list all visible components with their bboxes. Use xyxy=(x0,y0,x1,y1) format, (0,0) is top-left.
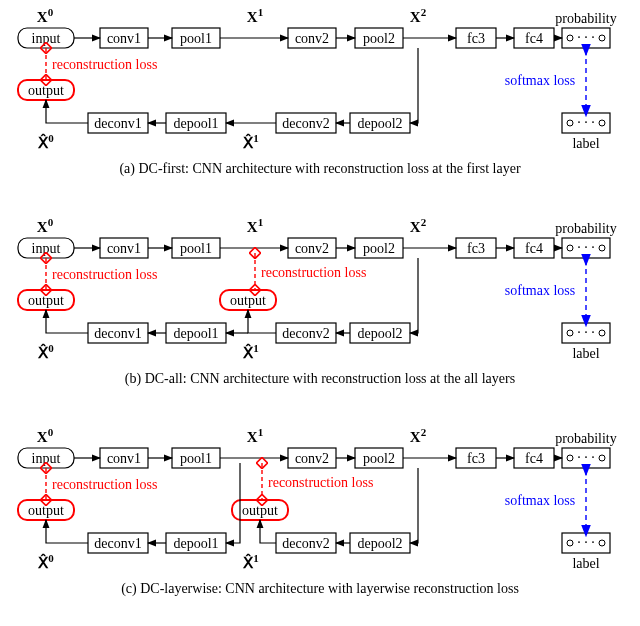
label-text: label xyxy=(572,136,599,151)
panel-c: X0 X1 X2 probability input conv1 pool1 c… xyxy=(18,426,617,597)
svg-text:pool2: pool2 xyxy=(363,451,395,466)
svg-text:reconstruction loss: reconstruction loss xyxy=(268,475,373,490)
svg-text:∙ ∙ ∙: ∙ ∙ ∙ xyxy=(577,450,595,465)
svg-text:X1: X1 xyxy=(247,426,263,445)
svg-text:fc3: fc3 xyxy=(467,241,485,256)
caption-b: (b) DC-all: CNN architecture with recons… xyxy=(125,371,515,387)
x1-label: X1 xyxy=(247,6,263,25)
recon-loss-label-a: reconstruction loss xyxy=(52,57,157,72)
svg-text:deconv1: deconv1 xyxy=(94,536,141,551)
svg-text:pool2: pool2 xyxy=(363,31,395,46)
svg-point-46 xyxy=(599,245,605,251)
svg-text:∙ ∙ ∙: ∙ ∙ ∙ xyxy=(577,30,595,45)
svg-point-102 xyxy=(599,540,605,546)
svg-text:pool1: pool1 xyxy=(180,31,212,46)
svg-point-99 xyxy=(599,455,605,461)
panel-a: X0 X1 X2 probability input conv1 pool1 c… xyxy=(18,6,617,177)
softmax-loss-label: softmax loss xyxy=(505,73,575,88)
svg-text:output: output xyxy=(28,293,64,308)
svg-text:conv1: conv1 xyxy=(107,451,141,466)
svg-text:X0: X0 xyxy=(37,216,54,235)
x2-label: X2 xyxy=(410,6,427,25)
svg-text:depool1: depool1 xyxy=(173,536,218,551)
svg-text:output: output xyxy=(28,503,64,518)
svg-point-47 xyxy=(567,330,573,336)
svg-text:depool2: depool2 xyxy=(357,536,402,551)
probability-label: probability xyxy=(555,11,616,26)
svg-text:conv2: conv2 xyxy=(295,451,329,466)
input-text: input xyxy=(32,31,61,46)
svg-text:probability: probability xyxy=(555,431,616,446)
output-text: output xyxy=(28,83,64,98)
svg-text:label: label xyxy=(572,346,599,361)
svg-point-8 xyxy=(599,35,605,41)
svg-text:conv2: conv2 xyxy=(295,31,329,46)
svg-text:X̂0: X̂0 xyxy=(37,552,54,571)
svg-text:output: output xyxy=(230,293,266,308)
svg-text:pool1: pool1 xyxy=(180,451,212,466)
svg-text:conv2: conv2 xyxy=(295,241,329,256)
svg-text:deconv2: deconv2 xyxy=(282,116,329,131)
svg-text:X̂1: X̂1 xyxy=(242,552,259,571)
svg-text:X2: X2 xyxy=(410,426,427,445)
svg-text:X0: X0 xyxy=(37,426,54,445)
svg-text:label: label xyxy=(572,556,599,571)
svg-text:∙ ∙ ∙: ∙ ∙ ∙ xyxy=(577,240,595,255)
svg-text:X̂1: X̂1 xyxy=(242,342,259,361)
svg-point-9 xyxy=(567,120,573,126)
svg-text:conv1: conv1 xyxy=(107,241,141,256)
svg-text:deconv2: deconv2 xyxy=(282,536,329,551)
svg-point-97 xyxy=(567,455,573,461)
panel-b: X0 X1 X2 probability input conv1 pool1 c… xyxy=(18,216,617,387)
svg-text:deconv1: deconv1 xyxy=(94,116,141,131)
caption-c: (c) DC-layerwise: CNN architecture with … xyxy=(121,581,519,597)
svg-text:reconstruction loss: reconstruction loss xyxy=(52,267,157,282)
svg-text:depool1: depool1 xyxy=(173,326,218,341)
svg-point-6 xyxy=(567,35,573,41)
svg-text:input: input xyxy=(32,241,61,256)
x0-label: X0 xyxy=(37,6,54,25)
svg-point-49 xyxy=(599,330,605,336)
svg-text:fc4: fc4 xyxy=(525,241,543,256)
svg-text:softmax loss: softmax loss xyxy=(505,493,575,508)
xhat1-label: X̂1 xyxy=(242,132,259,151)
svg-point-11 xyxy=(599,120,605,126)
svg-text:reconstruction loss: reconstruction loss xyxy=(52,477,157,492)
svg-text:X1: X1 xyxy=(247,216,263,235)
svg-text:X2: X2 xyxy=(410,216,427,235)
svg-text:conv1: conv1 xyxy=(107,31,141,46)
svg-text:deconv2: deconv2 xyxy=(282,326,329,341)
svg-text:fc4: fc4 xyxy=(525,451,543,466)
svg-point-100 xyxy=(567,540,573,546)
xhat0-label: X̂0 xyxy=(37,132,54,151)
svg-text:∙ ∙ ∙: ∙ ∙ ∙ xyxy=(577,325,595,340)
svg-text:deconv1: deconv1 xyxy=(94,326,141,341)
svg-text:probability: probability xyxy=(555,221,616,236)
svg-text:pool2: pool2 xyxy=(363,241,395,256)
svg-text:softmax loss: softmax loss xyxy=(505,283,575,298)
svg-text:fc3: fc3 xyxy=(467,451,485,466)
caption-a: (a) DC-first: CNN architecture with reco… xyxy=(119,161,521,177)
svg-text:fc4: fc4 xyxy=(525,31,543,46)
svg-text:reconstruction loss: reconstruction loss xyxy=(261,265,366,280)
svg-text:depool2: depool2 xyxy=(357,116,402,131)
svg-text:input: input xyxy=(32,451,61,466)
svg-text:output: output xyxy=(242,503,278,518)
svg-text:fc3: fc3 xyxy=(467,31,485,46)
svg-text:depool1: depool1 xyxy=(173,116,218,131)
svg-text:depool2: depool2 xyxy=(357,326,402,341)
svg-text:∙ ∙ ∙: ∙ ∙ ∙ xyxy=(577,115,595,130)
svg-point-44 xyxy=(567,245,573,251)
svg-text:X̂0: X̂0 xyxy=(37,342,54,361)
svg-text:∙ ∙ ∙: ∙ ∙ ∙ xyxy=(577,535,595,550)
svg-text:pool1: pool1 xyxy=(180,241,212,256)
